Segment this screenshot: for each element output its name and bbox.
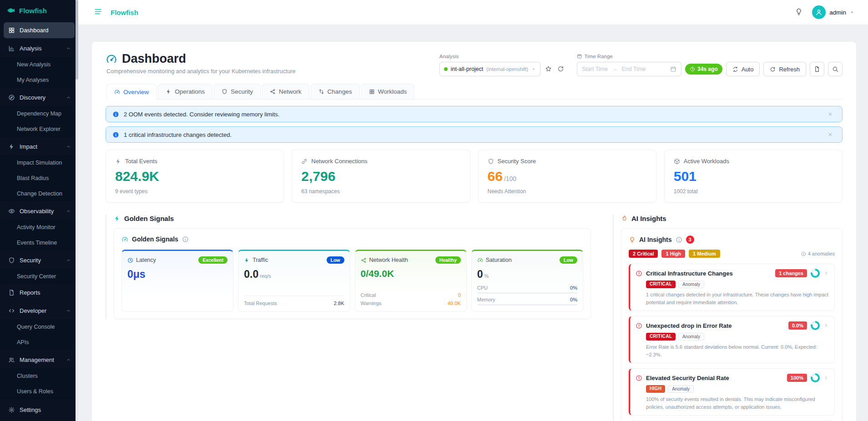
golden-signals-panel: Golden Signals Latency Excellent 0μs [114, 228, 591, 319]
golden-title: Traffic [252, 257, 323, 263]
page-title: Dashboard [122, 52, 186, 66]
golden-row-value: 0% [570, 297, 577, 302]
sidebar-scrollbar-thumb[interactable] [76, 0, 78, 80]
sidebar-group-developer[interactable]: Developer [4, 303, 75, 319]
sidebar-item-clusters[interactable]: Clusters [0, 368, 78, 384]
auto-refresh-button[interactable]: Auto [726, 62, 760, 76]
chevron-up-icon [66, 209, 71, 214]
filter-medium[interactable]: 1 Medium [689, 250, 720, 258]
sidebar-item-change-detection[interactable]: Change Detection [0, 186, 78, 201]
auto-label: Auto [742, 66, 754, 73]
sidebar-item-blast-radius[interactable]: Blast Radius [0, 170, 78, 186]
tab-changes[interactable]: Changes [311, 84, 360, 99]
stat-network-connections: Network Connections 2,796 63 namespaces [292, 150, 470, 203]
sidebar-item-query-console[interactable]: Query Console [0, 319, 78, 335]
golden-card-saturation: Saturation Low 0% CPU0% Memory0% [471, 250, 583, 312]
sidebar-scrollbar[interactable] [76, 0, 78, 421]
sidebar-item-label: Clusters [17, 373, 38, 379]
sidebar-item-network-explorer[interactable]: Network Explorer [0, 121, 78, 137]
tab-operations[interactable]: Operations [158, 84, 212, 99]
sidebar-toggle-button[interactable] [93, 6, 103, 18]
stat-value: 824.9K [115, 169, 274, 184]
chevron-right-icon[interactable] [823, 375, 829, 381]
calendar-icon [670, 66, 676, 72]
filter-critical[interactable]: 2 Critical [629, 250, 658, 258]
user-menu[interactable]: admin [812, 5, 854, 19]
hints-button[interactable] [794, 7, 804, 18]
chevron-up-icon [66, 308, 71, 313]
insight-error-rate-drop[interactable]: Unexpected drop in Error Rate 0.0% CRITI… [629, 316, 835, 363]
page-controls: Analysis int-all-project (internal-opens… [439, 52, 843, 76]
close-icon[interactable] [825, 131, 836, 138]
golden-row-label: Total Requests [244, 301, 277, 306]
sidebar-group-discovery[interactable]: Discovery [4, 90, 75, 105]
tab-workloads[interactable]: Workloads [361, 84, 415, 99]
tab-overview[interactable]: Overview [106, 84, 156, 100]
chevron-right-icon[interactable] [823, 271, 829, 276]
section-title: AI Insights [631, 215, 666, 222]
sidebar-item-my-analyses[interactable]: My Analyses [0, 72, 78, 88]
sidebar-item-events-timeline[interactable]: Events Timeline [0, 235, 78, 251]
sidebar-item-security-center[interactable]: Security Center [0, 269, 78, 284]
sidebar-group-management[interactable]: Management [4, 352, 75, 368]
sidebar-group-analysis[interactable]: Analysis [4, 40, 75, 56]
reload-analysis-button[interactable] [556, 65, 565, 74]
sidebar-group-observability[interactable]: Observability [4, 203, 75, 219]
page-subtitle: Comprehensive monitoring and analytics f… [106, 68, 296, 75]
memory-progress-bar [477, 304, 577, 306]
clock-icon [127, 257, 133, 263]
tab-security[interactable]: Security [214, 84, 261, 99]
impact-icon [8, 143, 15, 150]
sidebar-group-label: Observability [20, 208, 54, 215]
stat-sub: 1002 total [674, 188, 833, 195]
stat-label: Network Connections [311, 158, 368, 165]
severity-badge: HIGH [646, 385, 665, 393]
filter-high[interactable]: 1 High [661, 250, 685, 258]
alert-text: 2 OOM events detected. Consider reviewin… [124, 111, 279, 118]
severity-badge: CRITICAL [646, 333, 676, 341]
insight-metric-badge: 100% [787, 374, 807, 382]
golden-title: Saturation [486, 257, 557, 263]
section-title: Golden Signals [124, 215, 174, 222]
cpu-progress-bar [477, 292, 577, 294]
sidebar-item-label: Network Explorer [17, 126, 61, 132]
sidebar-group-label: Developer [20, 307, 46, 314]
insight-description: 100% of security events resulted in deni… [646, 396, 829, 411]
export-report-button[interactable] [810, 62, 824, 76]
sidebar-group-impact[interactable]: Impact [4, 139, 75, 155]
sidebar-item-new-analysis[interactable]: New Analysis [0, 57, 78, 72]
sidebar-item-impact-simulation[interactable]: Impact Simulation [0, 155, 78, 170]
analysis-select[interactable]: int-all-project (internal-openshift) [439, 62, 540, 76]
close-icon[interactable] [825, 110, 836, 118]
search-button[interactable] [828, 62, 843, 76]
favorite-star-button[interactable] [544, 65, 553, 74]
severity-filters: 2 Critical 1 High 1 Medium 4 anomalies [629, 250, 835, 258]
brand-logo[interactable]: Flowfish [0, 0, 78, 21]
sidebar-item-reports[interactable]: Reports [4, 285, 75, 301]
sidebar-item-activity-monitor[interactable]: Activity Monitor [0, 220, 78, 235]
golden-row-label: CPU [477, 285, 488, 291]
sidebar-item-settings[interactable]: Settings [4, 402, 75, 418]
chevron-right-icon[interactable] [823, 323, 829, 328]
sidebar-group-security[interactable]: Security [4, 252, 75, 268]
refresh-button[interactable]: Refresh [763, 62, 806, 76]
tab-label: Network [279, 88, 302, 95]
discovery-icon [8, 94, 15, 101]
last-refresh-text: 34s ago [697, 66, 718, 72]
info-icon[interactable] [676, 236, 682, 243]
status-badge: Low [327, 256, 344, 264]
time-range-picker[interactable]: Start Time → End Time [577, 62, 681, 76]
sidebar-item-dashboard[interactable]: Dashboard [4, 22, 75, 38]
stat-label: Active Workloads [684, 158, 729, 165]
info-icon[interactable] [182, 236, 189, 243]
tab-network[interactable]: Network [262, 84, 309, 99]
anomaly-tag: Anomaly [668, 385, 694, 393]
insight-security-denial-rate[interactable]: Elevated Security Denial Rate 100% HIGH … [629, 368, 835, 416]
golden-card-latency: Latency Excellent 0μs [121, 250, 233, 312]
sidebar-item-apis[interactable]: APIs [0, 335, 78, 350]
gauge-icon [114, 89, 120, 95]
insight-critical-infrastructure-changes[interactable]: Critical Infrastructure Changes 1 change… [629, 264, 835, 311]
sidebar-item-users-roles[interactable]: Users & Roles [0, 384, 78, 399]
brand-name: Flowfish [19, 7, 47, 15]
sidebar-item-dependency-map[interactable]: Dependency Map [0, 106, 78, 121]
